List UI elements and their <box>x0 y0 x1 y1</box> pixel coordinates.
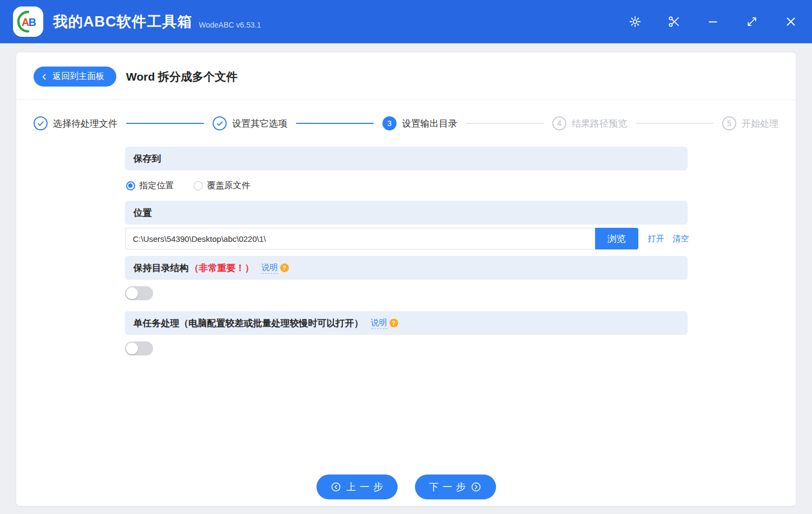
step-2-label: 设置其它选项 <box>232 117 287 130</box>
radio-overwrite-original-label: 覆盖原文件 <box>207 180 250 192</box>
step-1-label: 选择待处理文件 <box>53 117 117 130</box>
svg-text:B: B <box>29 16 36 28</box>
scissors-icon <box>668 15 681 28</box>
step-1-select-files: 选择待处理文件 <box>34 116 117 130</box>
app-version: WodeABC v6.53.1 <box>199 21 261 29</box>
keep-structure-title: 保持目录结构 <box>134 262 189 274</box>
back-to-dashboard-button[interactable]: 返回到主面板 <box>34 67 116 87</box>
output-settings-form: 保存到 指定位置 覆盖原文件 位置 浏览 打开 <box>125 147 688 366</box>
keep-structure-section-header: 保持目录结构 （非常重要！） 说明 ? <box>125 256 688 280</box>
circle-arrow-left-icon <box>331 482 341 492</box>
app-logo: A B <box>13 6 43 37</box>
minimize-button[interactable] <box>706 15 720 29</box>
output-path-row: 浏览 打开 清空 <box>125 228 688 249</box>
titlebar: A B 我的ABC软件工具箱 WodeABC v6.53.1 <box>0 0 812 43</box>
radio-unselected-icon <box>194 181 203 190</box>
step-connector <box>636 123 714 124</box>
fullscreen-button[interactable] <box>745 15 759 29</box>
step-2-other-options: 设置其它选项 <box>213 116 287 130</box>
close-icon <box>784 15 797 28</box>
step-4-result-preview: 4 结果路径预览 <box>552 116 627 130</box>
abc-logo-icon: A B <box>15 9 41 35</box>
fullscreen-icon <box>746 16 758 28</box>
single-task-section-header: 单任务处理（电脑配置较差或批量处理较慢时可以打开） 说明 ? <box>125 311 688 335</box>
step-3-number: 3 <box>382 116 397 130</box>
gear-icon <box>629 15 642 28</box>
step-5-start-processing: 5 开始处理 <box>722 116 778 130</box>
close-button[interactable] <box>784 15 798 29</box>
back-button-label: 返回到主面板 <box>52 71 104 82</box>
main-panel: 返回到主面板 Word 拆分成多个文件 选择待处理文件 设置其它选项 3 <box>16 52 796 506</box>
single-task-help-link[interactable]: 说明 <box>371 318 387 329</box>
step-3-output-directory: 3 设置输出目录 <box>382 116 457 130</box>
app-title: 我的ABC软件工具箱 <box>53 12 193 31</box>
step-5-label: 开始处理 <box>742 117 778 130</box>
help-question-icon[interactable]: ? <box>390 319 398 327</box>
radio-specified-location[interactable]: 指定位置 <box>126 180 174 192</box>
page-title: Word 拆分成多个文件 <box>126 69 237 84</box>
next-step-label: 下一步 <box>429 480 470 493</box>
minimize-icon <box>707 16 719 28</box>
screenshot-button[interactable] <box>667 15 681 29</box>
help-question-icon[interactable]: ? <box>280 263 289 272</box>
step-1-check-icon <box>34 116 48 130</box>
keep-structure-toggle[interactable] <box>125 286 153 300</box>
toggle-knob <box>126 287 138 299</box>
radio-specified-location-label: 指定位置 <box>140 180 174 192</box>
open-folder-link[interactable]: 打开 <box>648 234 664 244</box>
step-5-number: 5 <box>722 116 736 130</box>
save-to-title: 保存到 <box>134 153 161 165</box>
step-indicator: 选择待处理文件 设置其它选项 3 设置输出目录 4 结果路径预览 5 <box>16 100 796 147</box>
step-3-label: 设置输出目录 <box>402 117 457 130</box>
step-4-label: 结果路径预览 <box>572 117 627 130</box>
step-connector <box>126 123 204 124</box>
panel-header: 返回到主面板 Word 拆分成多个文件 <box>16 52 796 100</box>
browse-button[interactable]: 浏览 <box>595 228 638 249</box>
clear-path-link[interactable]: 清空 <box>673 234 689 244</box>
single-task-title: 单任务处理（电脑配置较差或批量处理较慢时可以打开） <box>134 317 364 330</box>
path-link-group: 打开 清空 <box>648 234 689 244</box>
next-step-button[interactable]: 下一步 <box>415 475 496 499</box>
single-task-toggle[interactable] <box>125 341 153 355</box>
keep-structure-warning: （非常重要！） <box>190 262 254 274</box>
page-background: 返回到主面板 Word 拆分成多个文件 选择待处理文件 设置其它选项 3 <box>0 43 812 514</box>
chevron-left-icon <box>40 73 49 81</box>
output-path-input[interactable] <box>125 228 595 249</box>
radio-overwrite-original[interactable]: 覆盖原文件 <box>194 180 250 192</box>
step-connector <box>466 123 544 124</box>
step-2-check-icon <box>213 116 227 130</box>
step-connector <box>296 123 374 124</box>
toggle-knob <box>126 342 138 354</box>
wizard-footer: 上一步 下一步 <box>16 475 796 506</box>
settings-button[interactable] <box>628 15 642 29</box>
circle-arrow-right-icon <box>471 482 481 492</box>
location-title: 位置 <box>134 207 152 219</box>
save-to-options: 指定位置 覆盖原文件 <box>125 170 688 201</box>
step-4-number: 4 <box>552 116 566 130</box>
titlebar-controls <box>628 15 798 29</box>
prev-step-button[interactable]: 上一步 <box>316 475 398 499</box>
keep-structure-help-link[interactable]: 说明 <box>262 262 278 274</box>
prev-step-label: 上一步 <box>346 480 387 493</box>
radio-selected-icon <box>126 181 135 190</box>
save-to-section-header: 保存到 <box>125 147 688 170</box>
location-section-header: 位置 <box>125 201 688 225</box>
